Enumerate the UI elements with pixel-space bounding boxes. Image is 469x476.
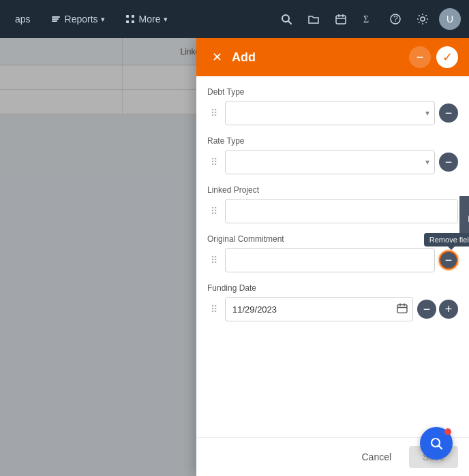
modal-panel: ✕ Add − ✓ Debt Type ⠿: [196, 38, 469, 476]
settings-icon[interactable]: [412, 8, 434, 30]
field-group-funding-date: Funding Date ⠿: [207, 283, 458, 321]
drag-handle-linked-project[interactable]: ⠿: [207, 206, 221, 217]
drag-handle-rate-type[interactable]: ⠿: [207, 157, 221, 168]
remove-field-tooltip: Remove field: [424, 233, 469, 247]
svg-rect-4: [132, 15, 134, 18]
reports-label: Reports: [65, 14, 98, 25]
help-icon[interactable]: ?: [384, 8, 406, 30]
reports-icon: [50, 13, 62, 25]
field-label-funding-date: Funding Date: [207, 283, 458, 293]
modal-title: Add: [232, 50, 409, 65]
field-label-rate-type: Rate Type: [207, 136, 458, 146]
modal-body: Debt Type ⠿ ▾ − Rate Type: [196, 76, 469, 437]
remove-original-commitment-container: − Remove field: [439, 251, 458, 270]
field-row-funding-date: ⠿: [207, 297, 458, 321]
rate-type-select[interactable]: [225, 150, 435, 174]
svg-text:?: ?: [393, 14, 398, 24]
field-row-debt-type: ⠿ ▾ −: [207, 101, 458, 125]
confirm-button[interactable]: ✓: [436, 46, 458, 68]
calendar-nav-icon[interactable]: [330, 8, 352, 30]
close-button[interactable]: ✕: [207, 48, 226, 67]
modal-header-actions: − ✓: [409, 46, 458, 68]
funding-date-actions: − +: [417, 300, 458, 319]
nav-apps[interactable]: aps: [8, 10, 37, 29]
remove-rate-type-button[interactable]: −: [439, 153, 458, 172]
funding-date-input[interactable]: [225, 297, 413, 321]
remove-original-commitment-button[interactable]: −: [439, 251, 458, 270]
svg-rect-9: [336, 16, 346, 24]
nav-right: Σ ? U: [275, 8, 461, 30]
svg-rect-2: [52, 20, 57, 22]
more-grid-icon: [124, 13, 136, 25]
linked-project-input[interactable]: [225, 199, 458, 223]
reports-chevron: ▾: [101, 15, 105, 24]
remove-funding-date-button[interactable]: −: [417, 300, 436, 319]
svg-rect-3: [126, 15, 129, 18]
add-field-button[interactable]: +: [439, 300, 458, 319]
svg-rect-5: [126, 20, 129, 23]
nav-reports[interactable]: Reports ▾: [43, 9, 112, 29]
field-group-linked-project: Linked Project ⠿: [207, 185, 458, 223]
svg-rect-6: [132, 20, 134, 23]
search-icon[interactable]: [275, 8, 297, 30]
rate-type-select-wrapper: ▾: [225, 150, 435, 174]
nav-more[interactable]: More ▾: [117, 9, 175, 29]
remove-debt-type-button[interactable]: −: [439, 104, 458, 123]
svg-line-23: [439, 446, 442, 449]
drag-handle-funding-date[interactable]: ⠿: [207, 304, 221, 315]
minimize-button[interactable]: −: [409, 46, 431, 68]
cancel-button[interactable]: Cancel: [350, 446, 402, 468]
svg-rect-0: [52, 16, 60, 18]
field-group-debt-type: Debt Type ⠿ ▾ −: [207, 87, 458, 125]
svg-point-16: [421, 17, 425, 21]
debt-type-select[interactable]: [225, 101, 435, 125]
field-label-original-commitment: Original Commitment: [207, 234, 458, 244]
more-chevron: ▾: [164, 15, 168, 24]
funding-date-wrapper: [225, 297, 413, 321]
svg-text:Σ: Σ: [363, 14, 369, 25]
main-content: Linked Property Linked Project ✕ Add −: [0, 38, 469, 476]
apps-text: aps: [15, 14, 31, 25]
original-commitment-input[interactable]: [225, 248, 435, 272]
svg-line-8: [288, 21, 291, 24]
drag-handle-debt-type[interactable]: ⠿: [207, 108, 221, 118]
debt-type-select-wrapper: ▾: [225, 101, 435, 125]
field-row-original-commitment: ⠿ − Remove field: [207, 248, 458, 272]
field-label-debt-type: Debt Type: [207, 87, 458, 97]
field-label-linked-project: Linked Project: [207, 185, 458, 195]
field-group-rate-type: Rate Type ⠿ ▾ −: [207, 136, 458, 174]
more-label: More: [139, 14, 161, 25]
field-row-rate-type: ⠿ ▾ −: [207, 150, 458, 174]
drag-handle-original-commitment[interactable]: ⠿: [207, 255, 221, 266]
svg-rect-1: [52, 18, 59, 20]
modal-header: ✕ Add − ✓: [196, 38, 469, 76]
sigma-icon[interactable]: Σ: [357, 8, 379, 30]
folder-icon[interactable]: [303, 8, 324, 30]
field-row-linked-project: ⠿: [207, 199, 458, 223]
fab-search-button[interactable]: [420, 427, 453, 460]
avatar[interactable]: U: [439, 8, 461, 30]
modal-overlay: ✕ Add − ✓ Debt Type ⠿: [0, 38, 469, 476]
field-group-original-commitment: Original Commitment ⠿ − Remove field: [207, 234, 458, 272]
nav-bar: aps Reports ▾ More ▾: [0, 0, 469, 38]
